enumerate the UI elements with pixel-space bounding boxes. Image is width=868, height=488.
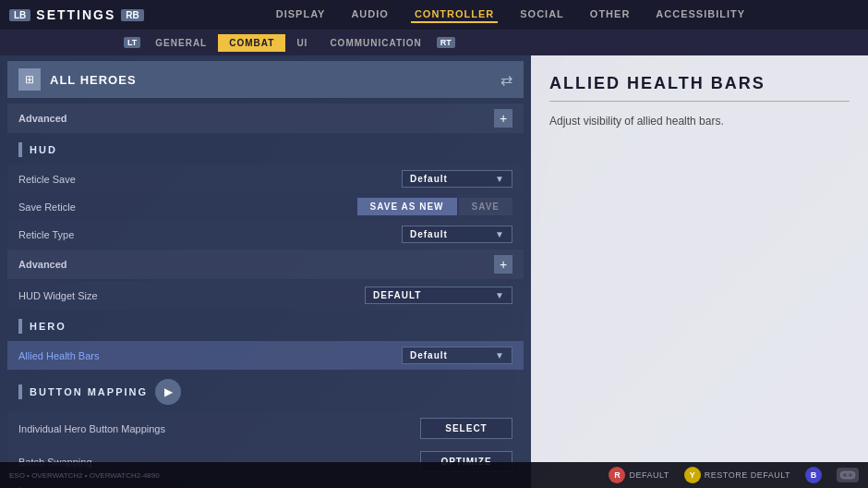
save-reticle-row: Save Reticle SAVE AS NEW SAVE [7, 194, 524, 219]
reticle-save-value: Default [410, 174, 488, 184]
b-badge: B [805, 467, 822, 483]
top-navigation: LB SETTINGS RB DISPLAY AUDIO CONTROLLER … [0, 0, 868, 30]
reticle-type-value: Default [410, 229, 488, 239]
hero-section-header: HERO [7, 313, 524, 339]
allied-health-bars-value: Default [410, 350, 488, 360]
allied-health-bars-row: Allied Health Bars Default ▼ [7, 341, 524, 370]
sub-navigation: LT GENERAL COMBAT UI COMMUNICATION RT [0, 30, 868, 55]
settings-label: SETTINGS [36, 7, 115, 22]
reticle-type-row: Reticle Type Default ▼ [7, 220, 524, 249]
advanced-row-1[interactable]: Advanced + [7, 104, 524, 133]
bottom-bar: ESO • OVERWATCH2 • OVERWATCH2-4890 R DEF… [0, 462, 868, 488]
reticle-save-label: Reticle Save [18, 174, 76, 185]
button-mapping-circle[interactable]: ▶ [155, 379, 181, 405]
left-panel: ⊞ ALL HEROES ⇄ Advanced + HUD Reticle Sa… [0, 55, 531, 488]
hud-widget-size-arrow: ▼ [495, 290, 504, 300]
subnav-combat[interactable]: COMBAT [218, 34, 285, 52]
subnav-general[interactable]: GENERAL [144, 34, 218, 52]
advanced-plus-1[interactable]: + [494, 109, 512, 128]
rb-badge: RB [121, 9, 143, 21]
svg-rect-0 [840, 471, 855, 479]
save-reticle-buttons: SAVE AS NEW SAVE [357, 198, 512, 215]
hero-section-title: HERO [30, 321, 66, 332]
y-badge: Y [684, 467, 701, 483]
allied-health-bars-arrow: ▼ [495, 350, 504, 360]
reticle-type-dropdown[interactable]: Default ▼ [402, 226, 512, 243]
rt-badge: RT [437, 37, 455, 48]
nav-controller[interactable]: CONTROLLER [411, 6, 498, 23]
reticle-type-arrow: ▼ [495, 229, 504, 239]
button-mapping-section-bar [18, 384, 22, 399]
select-button[interactable]: SELECT [420, 418, 512, 439]
hud-widget-size-row: HUD Widget Size DEFAULT ▼ [7, 281, 524, 310]
save-button[interactable]: SAVE [459, 198, 513, 215]
hud-section-header: HUD [7, 137, 524, 163]
panel-title: ALLIED HEALTH BARS [549, 74, 850, 93]
y-control-label: RESTORE DEFAULT [705, 470, 790, 480]
bottom-info-text: ESO • OVERWATCH2 • OVERWATCH2-4890 [9, 471, 590, 480]
r-badge: R [609, 467, 625, 483]
reticle-type-label: Reticle Type [18, 229, 74, 240]
control-item-b: B [805, 467, 822, 483]
panel-divider [549, 101, 850, 102]
r-control-label: DEFAULT [629, 470, 669, 480]
control-item-y: Y RESTORE DEFAULT [684, 467, 790, 483]
settings-title: LB SETTINGS RB [9, 7, 144, 22]
hero-section-bar [18, 319, 22, 334]
hud-widget-size-dropdown[interactable]: DEFAULT ▼ [365, 287, 512, 304]
lb-badge: LB [9, 9, 30, 21]
reticle-save-dropdown[interactable]: Default ▼ [402, 170, 512, 188]
button-mapping-section-header: BUTTON MAPPING ▶ [7, 373, 524, 410]
button-mapping-title: BUTTON MAPPING [30, 386, 148, 397]
save-as-new-button[interactable]: SAVE AS NEW [357, 198, 457, 215]
allied-health-bars-dropdown[interactable]: Default ▼ [402, 347, 512, 364]
button-mapping-title-area: BUTTON MAPPING ▶ [30, 379, 181, 405]
controller-icon [837, 468, 859, 482]
nav-items: DISPLAY AUDIO CONTROLLER SOCIAL OTHER AC… [163, 6, 859, 23]
nav-display[interactable]: DISPLAY [272, 6, 330, 23]
advanced-label-1: Advanced [18, 113, 67, 124]
right-panel: ALLIED HEALTH BARS Adjust visibility of … [531, 55, 868, 488]
subnav-communication[interactable]: COMMUNICATION [319, 34, 432, 52]
nav-audio[interactable]: AUDIO [347, 6, 392, 23]
main-content: ⊞ ALL HEROES ⇄ Advanced + HUD Reticle Sa… [0, 55, 868, 488]
lt-badge: LT [124, 37, 140, 48]
hud-widget-size-value: DEFAULT [373, 290, 488, 300]
save-reticle-label: Save Reticle [18, 201, 76, 213]
bottom-controls: R DEFAULT Y RESTORE DEFAULT B [609, 467, 859, 483]
reticle-save-row: Reticle Save Default ▼ [7, 165, 524, 193]
hud-widget-size-label: HUD Widget Size [18, 290, 98, 301]
subnav-ui[interactable]: UI [285, 34, 319, 52]
svg-point-1 [844, 474, 847, 477]
all-heroes-bar[interactable]: ⊞ ALL HEROES ⇄ [7, 61, 524, 98]
swap-icon[interactable]: ⇄ [500, 71, 512, 89]
all-heroes-label: ALL HEROES [50, 73, 491, 87]
hud-section-title: HUD [30, 144, 57, 155]
advanced-plus-2[interactable]: + [494, 255, 512, 274]
panel-description: Adjust visibility of allied health bars. [549, 113, 850, 129]
nav-social[interactable]: SOCIAL [516, 6, 568, 23]
individual-hero-label: Individual Hero Button Mappings [18, 423, 165, 434]
circle-right-icon: ▶ [164, 385, 173, 398]
control-item-r: R DEFAULT [609, 467, 669, 483]
nav-other[interactable]: OTHER [586, 6, 634, 23]
hud-section-bar [18, 142, 22, 157]
advanced-label-2: Advanced [18, 259, 67, 270]
reticle-save-arrow: ▼ [495, 174, 504, 184]
svg-point-2 [850, 474, 852, 477]
hero-icon: ⊞ [18, 68, 41, 91]
allied-health-bars-label: Allied Health Bars [18, 350, 99, 361]
individual-hero-row: Individual Hero Button Mappings SELECT [7, 412, 524, 445]
nav-accessibility[interactable]: ACCESSIBILITY [652, 6, 749, 23]
advanced-row-2[interactable]: Advanced + [7, 250, 524, 279]
